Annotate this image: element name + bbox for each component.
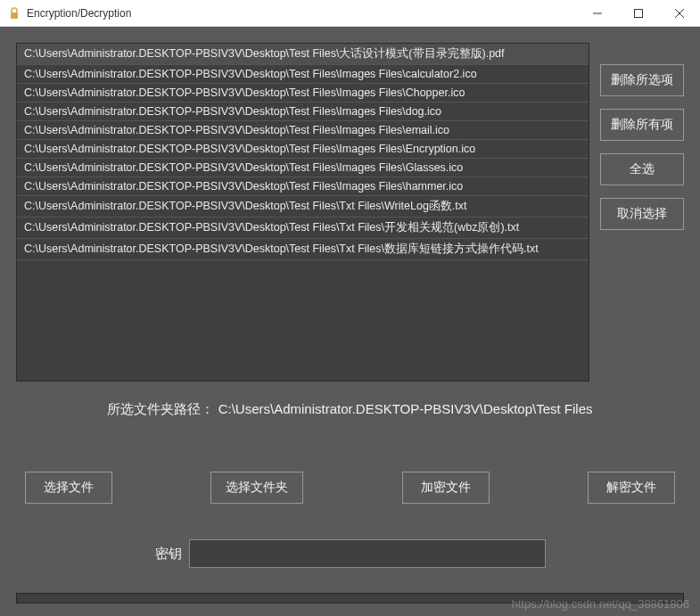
key-row: 密钥 (16, 539, 684, 568)
client-area: C:\Users\Administrator.DESKTOP-PBSIV3V\D… (0, 27, 700, 616)
close-button[interactable] (659, 0, 700, 26)
file-row[interactable]: C:\Users\Administrator.DESKTOP-PBSIV3V\D… (17, 140, 589, 159)
minimize-button[interactable] (577, 0, 618, 26)
file-row[interactable]: C:\Users\Administrator.DESKTOP-PBSIV3V\D… (17, 84, 589, 103)
file-list[interactable]: C:\Users\Administrator.DESKTOP-PBSIV3V\D… (16, 43, 589, 382)
side-buttons: 删除所选项 删除所有项 全选 取消选择 (600, 43, 684, 382)
folder-path-label: 所选文件夹路径： C:\Users\Administrator.DESKTOP-… (16, 401, 684, 418)
deselect-button[interactable]: 取消选择 (600, 198, 684, 230)
file-row[interactable]: C:\Users\Administrator.DESKTOP-PBSIV3V\D… (17, 103, 589, 121)
encrypt-button[interactable]: 加密文件 (402, 472, 490, 504)
app-window: Encryption/Decryption C:\Users\Administr… (0, 0, 700, 616)
path-value: C:\Users\Administrator.DESKTOP-PBSIV3V\D… (218, 401, 593, 416)
file-row[interactable]: C:\Users\Administrator.DESKTOP-PBSIV3V\D… (17, 121, 589, 140)
choose-file-button[interactable]: 选择文件 (25, 472, 112, 504)
app-icon (7, 6, 21, 21)
file-row[interactable]: C:\Users\Administrator.DESKTOP-PBSIV3V\D… (17, 177, 589, 196)
delete-all-button[interactable]: 删除所有项 (600, 109, 684, 141)
progress-bar (16, 593, 684, 604)
file-row[interactable]: C:\Users\Administrator.DESKTOP-PBSIV3V\D… (17, 196, 589, 218)
file-row[interactable]: C:\Users\Administrator.DESKTOP-PBSIV3V\D… (17, 218, 589, 239)
main-row: C:\Users\Administrator.DESKTOP-PBSIV3V\D… (16, 43, 684, 382)
decrypt-button[interactable]: 解密文件 (588, 472, 675, 504)
select-all-button[interactable]: 全选 (600, 153, 684, 185)
file-row[interactable]: C:\Users\Administrator.DESKTOP-PBSIV3V\D… (17, 65, 589, 84)
file-row[interactable]: C:\Users\Administrator.DESKTOP-PBSIV3V\D… (17, 44, 589, 65)
maximize-button[interactable] (618, 0, 659, 26)
window-title: Encryption/Decryption (27, 7, 577, 20)
svg-rect-0 (11, 12, 18, 19)
path-prefix: 所选文件夹路径： (107, 401, 214, 416)
key-input[interactable] (189, 539, 546, 568)
svg-rect-2 (635, 9, 643, 17)
titlebar: Encryption/Decryption (0, 0, 700, 27)
file-row[interactable]: C:\Users\Administrator.DESKTOP-PBSIV3V\D… (17, 239, 589, 260)
action-row: 选择文件 选择文件夹 加密文件 解密文件 (16, 472, 684, 504)
choose-folder-button[interactable]: 选择文件夹 (210, 472, 303, 504)
key-label: 密钥 (155, 546, 182, 563)
delete-selected-button[interactable]: 删除所选项 (600, 64, 684, 96)
window-controls (577, 0, 700, 26)
file-row[interactable]: C:\Users\Administrator.DESKTOP-PBSIV3V\D… (17, 159, 589, 177)
